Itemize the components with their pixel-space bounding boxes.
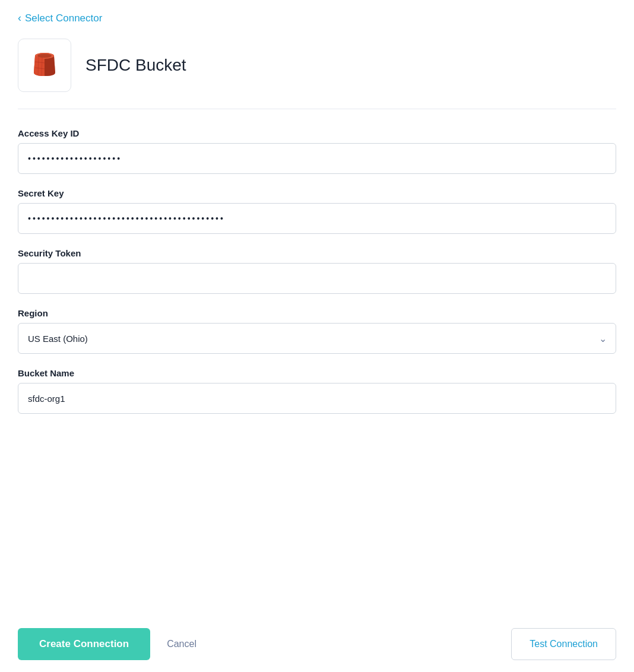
region-label: Region xyxy=(18,308,616,318)
secret-key-input[interactable] xyxy=(18,203,616,234)
access-key-id-input[interactable] xyxy=(18,143,616,174)
connector-icon-box xyxy=(18,39,71,92)
security-token-group: Security Token xyxy=(18,248,616,294)
access-key-id-label: Access Key ID xyxy=(18,128,616,138)
bucket-name-input[interactable] xyxy=(18,383,616,414)
cancel-button[interactable]: Cancel xyxy=(155,628,208,660)
chevron-left-icon: ‹ xyxy=(18,12,21,24)
bucket-name-group: Bucket Name xyxy=(18,368,616,414)
connector-header: SFDC Bucket xyxy=(18,39,616,92)
footer-actions: Create Connection Cancel Test Connection xyxy=(18,610,616,660)
create-connection-button[interactable]: Create Connection xyxy=(18,628,150,660)
bucket-name-label: Bucket Name xyxy=(18,368,616,378)
security-token-label: Security Token xyxy=(18,248,616,258)
security-token-input[interactable] xyxy=(18,263,616,294)
back-link-label: Select Connector xyxy=(25,12,102,24)
secret-key-group: Secret Key xyxy=(18,188,616,234)
region-select-wrapper: US East (N. Virginia) US East (Ohio) US … xyxy=(18,323,616,354)
section-divider xyxy=(18,109,616,109)
access-key-id-group: Access Key ID xyxy=(18,128,616,174)
back-link[interactable]: ‹ Select Connector xyxy=(18,12,616,24)
connector-icon xyxy=(28,49,61,82)
page-container: ‹ Select Connector xyxy=(0,0,634,672)
region-group: Region US East (N. Virginia) US East (Oh… xyxy=(18,308,616,354)
connector-title: SFDC Bucket xyxy=(85,56,186,75)
form-section: Access Key ID Secret Key Security Token … xyxy=(18,128,616,610)
secret-key-label: Secret Key xyxy=(18,188,616,198)
region-select[interactable]: US East (N. Virginia) US East (Ohio) US … xyxy=(18,323,616,354)
test-connection-button[interactable]: Test Connection xyxy=(511,628,616,660)
